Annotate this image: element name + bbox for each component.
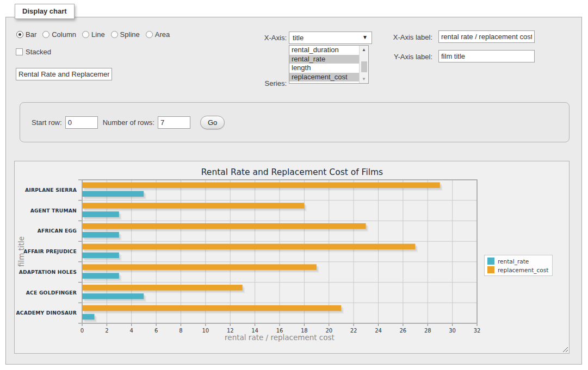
stacked-checkbox-row[interactable]: Stacked (16, 48, 51, 56)
svg-text:22: 22 (350, 328, 357, 334)
bar-replacement_cost (82, 223, 366, 229)
bar-rental_rate (82, 191, 144, 197)
stacked-label: Stacked (26, 48, 51, 56)
y-axis-label-label: Y-Axis label: (379, 53, 432, 61)
svg-text:30: 30 (449, 328, 456, 334)
svg-text:AIRPLANE SIERRA: AIRPLANE SIERRA (25, 187, 77, 193)
bar-groups (82, 183, 442, 323)
start-row-label: Start row: (32, 118, 62, 127)
series-option-length[interactable]: length (289, 64, 359, 73)
chart-type-group: BarColumnLineSplineArea (16, 30, 170, 39)
chart-type-line[interactable]: Line (82, 30, 105, 39)
bar-rental_rate (82, 273, 119, 279)
radio-icon[interactable] (42, 31, 49, 38)
chart-type-label: Area (155, 30, 170, 39)
radio-icon[interactable] (111, 31, 118, 38)
y-axis-title: film title (17, 236, 26, 267)
scroll-up-icon[interactable]: ▲ (360, 46, 368, 54)
row-range-panel: Start row: Number of rows: Go (20, 102, 570, 142)
chart-type-label: Column (52, 30, 76, 39)
display-chart-screen: Display chart BarColumnLineSplineArea St… (0, 0, 588, 370)
legend-item-replacement_cost: replacement_cost (487, 266, 548, 273)
stacked-checkbox[interactable] (16, 48, 23, 55)
series-option-replacement_cost[interactable]: replacement_cost (289, 73, 359, 82)
bar-replacement_cost (82, 305, 341, 311)
chart-type-column[interactable]: Column (42, 30, 76, 39)
chart-legend: rental_ratereplacement_cost (484, 255, 553, 276)
svg-text:0: 0 (81, 328, 84, 334)
series-list-label: Series: (239, 79, 287, 87)
svg-text:ACADEMY DINOSAUR: ACADEMY DINOSAUR (16, 310, 77, 316)
bar-replacement_cost (82, 183, 440, 189)
svg-text:8: 8 (179, 328, 182, 334)
svg-text:26: 26 (400, 328, 407, 334)
svg-text:ACE GOLDFINGER: ACE GOLDFINGER (26, 290, 77, 296)
chart-canvas: AIRPLANE SIERRAAGENT TRUMANAFRICAN EGGAF… (14, 161, 570, 354)
scrollbar-thumb[interactable] (361, 61, 367, 72)
bar-rental_rate (82, 211, 119, 217)
chart-type-bar[interactable]: Bar (16, 30, 36, 39)
num-rows-label: Number of rows: (103, 118, 154, 127)
radio-icon[interactable] (82, 31, 89, 38)
x-axis-label-input[interactable] (438, 30, 535, 43)
svg-text:10: 10 (202, 328, 209, 334)
scroll-down-icon[interactable]: ▼ (360, 75, 368, 83)
num-rows-input[interactable] (158, 116, 190, 129)
bar-replacement_cost (82, 203, 304, 209)
x-axis-select[interactable]: title ▼ (289, 32, 372, 44)
series-options: rental_durationrental_ratelengthreplacem… (289, 46, 359, 83)
svg-text:32: 32 (474, 328, 481, 334)
x-axis-label-label: X-Axis label: (379, 33, 432, 41)
axis-ticks (78, 180, 477, 326)
chevron-down-icon: ▼ (362, 34, 368, 40)
start-row-input[interactable] (65, 116, 98, 129)
series-scrollbar[interactable]: ▲ ▼ (359, 46, 368, 83)
svg-text:AGENT TRUMAN: AGENT TRUMAN (30, 208, 77, 214)
legend-swatch-icon (487, 266, 494, 273)
svg-text:ADAPTATION HOLES: ADAPTATION HOLES (19, 269, 77, 275)
svg-text:28: 28 (424, 328, 431, 334)
legend-label: replacement_cost (498, 267, 548, 273)
svg-text:6: 6 (154, 328, 158, 334)
svg-text:AFRICAN EGG: AFRICAN EGG (38, 228, 77, 234)
go-button[interactable]: Go (200, 116, 225, 129)
svg-text:2: 2 (105, 328, 108, 334)
fieldset-legend: Display chart (15, 4, 75, 19)
series-option-rental_rate[interactable]: rental_rate (289, 55, 359, 64)
bar-rental_rate (82, 293, 144, 299)
x-axis-select-label: X-Axis: (239, 34, 287, 42)
chart-title: Rental Rate and Replacement Cost of Film… (201, 167, 383, 177)
chart-type-label: Spline (120, 30, 140, 39)
svg-text:24: 24 (375, 328, 382, 334)
legend-item-rental_rate: rental_rate (487, 258, 548, 265)
series-listbox[interactable]: rental_durationrental_ratelengthreplacem… (289, 45, 369, 84)
chart-title-input[interactable] (16, 68, 112, 80)
chart-type-spline[interactable]: Spline (111, 30, 140, 39)
bar-replacement_cost (82, 244, 415, 250)
chart-type-area[interactable]: Area (146, 30, 170, 39)
legend-swatch-icon (487, 258, 494, 265)
bar-rental_rate (82, 314, 94, 320)
x-axis-selected-value: title (293, 34, 304, 42)
y-axis-label-input[interactable] (438, 50, 535, 62)
bar-replacement_cost (82, 264, 317, 270)
radio-icon[interactable] (16, 31, 23, 38)
series-option-rental_duration[interactable]: rental_duration (289, 46, 359, 55)
bar-replacement_cost (82, 285, 243, 291)
legend-label: rental_rate (498, 258, 529, 265)
radio-icon[interactable] (146, 31, 153, 38)
bar-rental_rate (82, 253, 119, 259)
chart-type-label: Line (91, 30, 105, 39)
x-axis-title: rental rate / replacement cost (225, 333, 335, 342)
bar-rental_rate (82, 232, 119, 238)
svg-text:AFFAIR PREJUDICE: AFFAIR PREJUDICE (23, 248, 77, 254)
svg-text:4: 4 (130, 328, 133, 334)
chart-type-label: Bar (26, 30, 36, 39)
